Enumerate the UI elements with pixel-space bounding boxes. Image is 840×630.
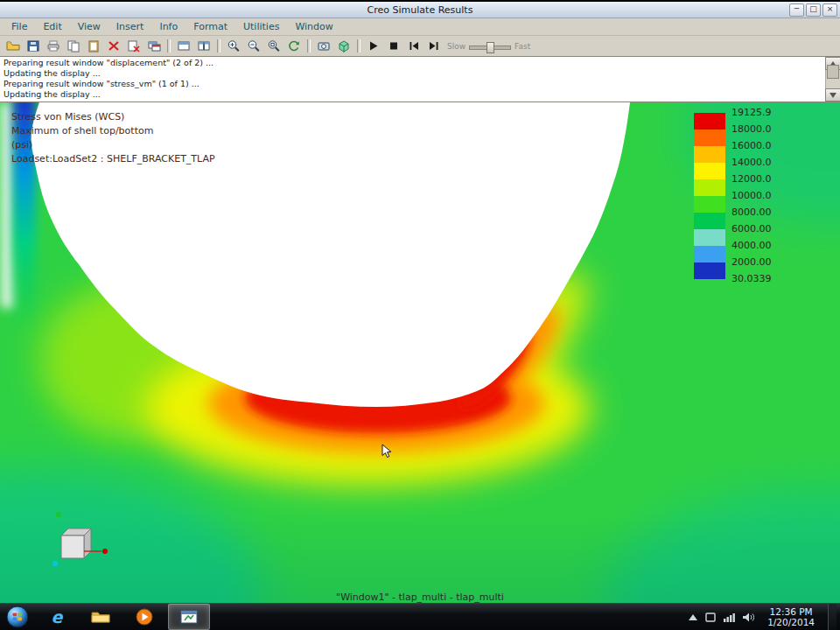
minimize-button[interactable]: ─ xyxy=(789,4,804,17)
menu-utilities[interactable]: Utilities xyxy=(235,21,287,32)
legend-value: 16000.0 xyxy=(732,141,772,151)
menu-edit[interactable]: Edit xyxy=(35,21,69,32)
print-button[interactable] xyxy=(44,38,63,55)
legend-value: 8000.00 xyxy=(732,207,772,218)
system-tray: 12:36 PM 1/20/2014 xyxy=(689,604,840,630)
legend-band xyxy=(694,163,725,179)
volume-icon[interactable] xyxy=(743,612,754,622)
legend-band xyxy=(694,196,725,213)
refit-button[interactable] xyxy=(264,38,284,55)
new-window-button[interactable] xyxy=(174,38,193,55)
copy-window-icon xyxy=(147,39,161,52)
zoom-in-icon xyxy=(227,39,241,52)
zoom-out-button[interactable] xyxy=(244,38,263,55)
message-log: Preparing result window "displacement" (… xyxy=(0,57,840,102)
legend-value: 19125.9 xyxy=(732,108,772,118)
legend-band xyxy=(694,146,725,163)
tile-windows-icon xyxy=(197,39,211,52)
copy-window-button[interactable] xyxy=(144,38,164,55)
clock[interactable]: 12:36 PM 1/20/2014 xyxy=(762,606,820,627)
results-viewport[interactable]: Stress von Mises (WCS) Maximum of shell … xyxy=(0,102,840,608)
taskbar-media-button[interactable] xyxy=(124,605,164,629)
spin-center-bottom-marker xyxy=(52,561,58,566)
show-desktop-button[interactable] xyxy=(828,604,836,630)
last-frame-button[interactable] xyxy=(424,38,444,55)
log-line: Preparing result window "displacement" (… xyxy=(4,58,822,68)
legend-band xyxy=(694,179,725,196)
legend-value: 4000.00 xyxy=(732,241,772,251)
fast-label: Fast xyxy=(514,42,530,51)
legend-value: 14000.0 xyxy=(732,158,772,168)
play-button[interactable] xyxy=(364,38,383,55)
start-orb-icon xyxy=(6,606,29,628)
play-icon xyxy=(367,39,381,52)
save-button[interactable] xyxy=(24,38,43,55)
delete-icon xyxy=(107,39,121,52)
toolbar: Slow Fast xyxy=(0,36,840,57)
legend-value: 10000.0 xyxy=(732,191,772,201)
legend-band xyxy=(694,113,725,130)
creo-window: Creo Simulate Results ─ □ × File Edit Vi… xyxy=(0,0,840,608)
clipboard-icon xyxy=(87,39,101,52)
tile-windows-button[interactable] xyxy=(194,38,214,55)
scrollbar-thumb[interactable] xyxy=(827,65,839,79)
window-controls: ─ □ × xyxy=(789,4,837,17)
clock-date: 1/20/2014 xyxy=(767,617,815,627)
taskbar-explorer-button[interactable] xyxy=(80,605,121,629)
menu-format[interactable]: Format xyxy=(186,21,235,32)
stop-icon xyxy=(387,39,401,52)
window-title: Creo Simulate Results xyxy=(368,4,473,16)
scroll-down-icon[interactable] xyxy=(825,88,840,102)
clipboard-button[interactable] xyxy=(84,38,103,55)
erase-window-button[interactable] xyxy=(124,38,144,55)
taskbar-ie-button[interactable]: e xyxy=(37,605,77,629)
toolbar-separator xyxy=(217,39,220,52)
repaint-button[interactable] xyxy=(284,38,304,55)
menu-file[interactable]: File xyxy=(4,21,35,32)
copy-button[interactable] xyxy=(64,38,83,55)
log-line: Updating the display ... xyxy=(4,89,822,100)
menu-insert[interactable]: Insert xyxy=(108,21,152,32)
saved-views-button[interactable] xyxy=(314,38,333,55)
legend-band xyxy=(694,213,725,229)
mouse-cursor xyxy=(382,444,394,459)
open-button[interactable] xyxy=(4,38,23,55)
legend-band xyxy=(694,229,725,246)
stop-button[interactable] xyxy=(384,38,403,55)
start-button[interactable] xyxy=(0,605,35,629)
title-bar[interactable]: Creo Simulate Results ─ □ × xyxy=(0,0,840,18)
log-scrollbar[interactable] xyxy=(825,57,840,102)
legend-value: 12000.0 xyxy=(732,174,772,185)
result-title-line: Stress von Mises (WCS) xyxy=(11,110,215,124)
print-icon xyxy=(46,39,60,52)
refit-icon xyxy=(267,39,281,52)
slow-label: Slow xyxy=(447,42,466,51)
network-icon[interactable] xyxy=(724,612,735,622)
result-title-line: (psi) xyxy=(11,138,215,152)
menu-info[interactable]: Info xyxy=(151,21,186,32)
close-button[interactable]: × xyxy=(822,4,837,17)
display-mode-button[interactable] xyxy=(334,38,354,55)
clock-time: 12:36 PM xyxy=(767,606,815,617)
slider-thumb[interactable] xyxy=(486,42,494,53)
legend-value: 30.0339 xyxy=(732,274,772,284)
action-center-icon[interactable] xyxy=(705,612,716,622)
delete-button[interactable] xyxy=(104,38,123,55)
speed-slider[interactable] xyxy=(469,40,511,52)
internet-explorer-icon: e xyxy=(52,609,63,626)
new-window-icon xyxy=(177,39,191,52)
legend-band xyxy=(694,130,725,146)
menu-view[interactable]: View xyxy=(70,21,108,32)
maximize-button[interactable]: □ xyxy=(806,4,821,17)
first-frame-button[interactable] xyxy=(404,38,424,55)
display-mode-icon xyxy=(337,39,351,52)
zoom-out-icon xyxy=(247,39,261,52)
zoom-in-button[interactable] xyxy=(224,38,243,55)
spin-center-top-marker xyxy=(56,512,61,517)
hidden-icons-chevron-icon[interactable] xyxy=(689,614,697,620)
legend-value: 6000.00 xyxy=(732,224,772,234)
menu-window[interactable]: Window xyxy=(287,21,340,32)
taskbar-creo-button[interactable] xyxy=(168,604,210,630)
x-axis-marker xyxy=(102,549,108,554)
menu-bar: File Edit View Insert Info Format Utilit… xyxy=(0,18,840,36)
